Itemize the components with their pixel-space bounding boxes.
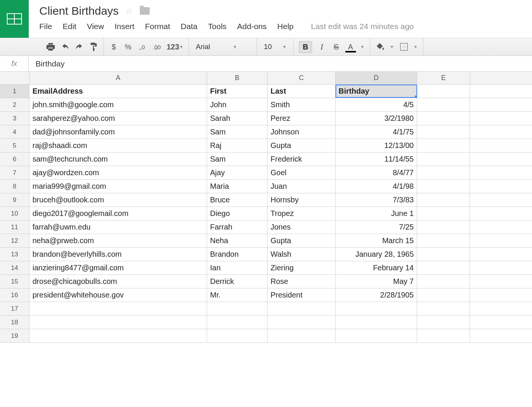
cell[interactable] xyxy=(417,125,470,139)
cell[interactable]: Sarah xyxy=(207,112,268,125)
cell[interactable]: Raj xyxy=(207,139,268,152)
cell[interactable]: May 7 xyxy=(336,275,417,288)
cell[interactable] xyxy=(207,316,268,329)
cell[interactable] xyxy=(417,329,470,342)
paint-format-icon[interactable] xyxy=(89,43,98,51)
row-header[interactable]: 3 xyxy=(0,112,29,125)
formula-input[interactable] xyxy=(29,59,532,68)
cell[interactable]: ajay@wordzen.com xyxy=(29,166,207,179)
cell[interactable] xyxy=(268,302,336,315)
cell[interactable]: farrah@uwm.edu xyxy=(29,220,207,234)
cell[interactable]: neha@prweb.com xyxy=(29,234,207,247)
cell[interactable]: Perez xyxy=(268,112,336,125)
cell[interactable]: 4/1/75 xyxy=(336,125,417,139)
cell[interactable]: 2/28/1905 xyxy=(336,288,417,302)
cell[interactable]: drose@chicagobulls.com xyxy=(29,275,207,288)
percent-button[interactable]: % xyxy=(124,43,133,51)
row-header[interactable]: 17 xyxy=(0,302,29,315)
row-header[interactable]: 2 xyxy=(0,98,29,111)
cell[interactable] xyxy=(29,302,207,315)
row-header[interactable]: 14 xyxy=(0,261,29,274)
borders-button[interactable] xyxy=(399,43,408,51)
row-header[interactable]: 19 xyxy=(0,329,29,342)
redo-icon[interactable] xyxy=(75,44,84,50)
select-all-corner[interactable] xyxy=(0,72,29,84)
cell[interactable]: Jones xyxy=(268,220,336,234)
cell[interactable]: 4/1/98 xyxy=(336,180,417,193)
cell[interactable]: Gupta xyxy=(268,234,336,247)
cell[interactable] xyxy=(268,329,336,342)
fill-color-button[interactable] xyxy=(376,43,385,51)
cell[interactable]: Derrick xyxy=(207,275,268,288)
menu-addons[interactable]: Add-ons xyxy=(237,22,267,31)
cell[interactable]: Smith xyxy=(268,98,336,111)
cell[interactable]: Brandon xyxy=(207,248,268,261)
row-header[interactable]: 12 xyxy=(0,234,29,247)
sheets-logo[interactable] xyxy=(0,0,29,38)
cell[interactable] xyxy=(417,275,470,288)
menu-view[interactable]: View xyxy=(87,22,104,31)
cell[interactable]: diego2017@googlemail.com xyxy=(29,207,207,220)
menu-insert[interactable]: Insert xyxy=(114,22,135,31)
cell[interactable]: ianziering8477@gmail.com xyxy=(29,261,207,274)
cell[interactable]: EmailAddress xyxy=(29,85,207,98)
cell[interactable]: sarahperez@yahoo.com xyxy=(29,112,207,125)
cell[interactable] xyxy=(268,316,336,329)
cell[interactable]: brandon@beverlyhills.com xyxy=(29,248,207,261)
cell[interactable]: First xyxy=(207,85,268,98)
increase-decimal-button[interactable]: .00→ xyxy=(152,44,161,50)
cell[interactable]: Johnson xyxy=(268,125,336,139)
cell[interactable]: Last xyxy=(268,85,336,98)
cell[interactable]: Bruce xyxy=(207,193,268,207)
cell[interactable]: Tropez xyxy=(268,207,336,220)
cell[interactable]: john.smith@google.com xyxy=(29,98,207,111)
cell[interactable] xyxy=(417,248,470,261)
cell[interactable]: Goel xyxy=(268,166,336,179)
cell[interactable]: John xyxy=(207,98,268,111)
cell[interactable]: Sam xyxy=(207,153,268,166)
cell[interactable]: Gupta xyxy=(268,139,336,152)
row-header[interactable]: 15 xyxy=(0,275,29,288)
row-header[interactable]: 6 xyxy=(0,153,29,166)
cell[interactable] xyxy=(417,180,470,193)
cell[interactable]: 8/4/77 xyxy=(336,166,417,179)
cell[interactable]: Juan xyxy=(268,180,336,193)
cell[interactable]: Farrah xyxy=(207,220,268,234)
cell[interactable]: dad@johnsonfamily.com xyxy=(29,125,207,139)
star-icon[interactable]: ☆ xyxy=(125,6,133,16)
row-header[interactable]: 4 xyxy=(0,125,29,139)
cell[interactable]: January 28, 1965 xyxy=(336,248,417,261)
menu-edit[interactable]: Edit xyxy=(63,22,76,31)
row-header[interactable]: 8 xyxy=(0,180,29,193)
cell[interactable]: Maria xyxy=(207,180,268,193)
cell[interactable]: maria999@gmail.com xyxy=(29,180,207,193)
font-size-select[interactable]: 10 ▼ xyxy=(257,38,294,55)
caret-down-icon[interactable]: ▼ xyxy=(360,45,365,49)
cell[interactable] xyxy=(207,302,268,315)
cell[interactable] xyxy=(417,139,470,152)
decrease-decimal-button[interactable]: .0← xyxy=(138,44,147,50)
cell[interactable]: Sam xyxy=(207,125,268,139)
font-select[interactable]: Arial ▼ xyxy=(189,38,257,55)
cell[interactable]: 12/13/00 xyxy=(336,139,417,152)
cell[interactable]: Ziering xyxy=(268,261,336,274)
menu-format[interactable]: Format xyxy=(145,22,170,31)
cell[interactable] xyxy=(336,316,417,329)
cell[interactable]: 3/2/1980 xyxy=(336,112,417,125)
folder-icon[interactable] xyxy=(140,7,150,15)
cell[interactable]: Rose xyxy=(268,275,336,288)
cell[interactable]: March 15 xyxy=(336,234,417,247)
row-header[interactable]: 11 xyxy=(0,220,29,234)
cell[interactable]: 7/25 xyxy=(336,220,417,234)
currency-button[interactable]: $ xyxy=(109,43,118,51)
cell[interactable]: Diego xyxy=(207,207,268,220)
cell[interactable] xyxy=(417,85,470,98)
column-header-D[interactable]: D xyxy=(336,72,417,84)
menu-file[interactable]: File xyxy=(39,22,52,31)
cell[interactable] xyxy=(417,193,470,207)
cell[interactable]: President xyxy=(268,288,336,302)
cell[interactable] xyxy=(417,261,470,274)
strikethrough-button[interactable]: S xyxy=(332,42,341,51)
cell[interactable]: Neha xyxy=(207,234,268,247)
cell[interactable] xyxy=(417,288,470,302)
